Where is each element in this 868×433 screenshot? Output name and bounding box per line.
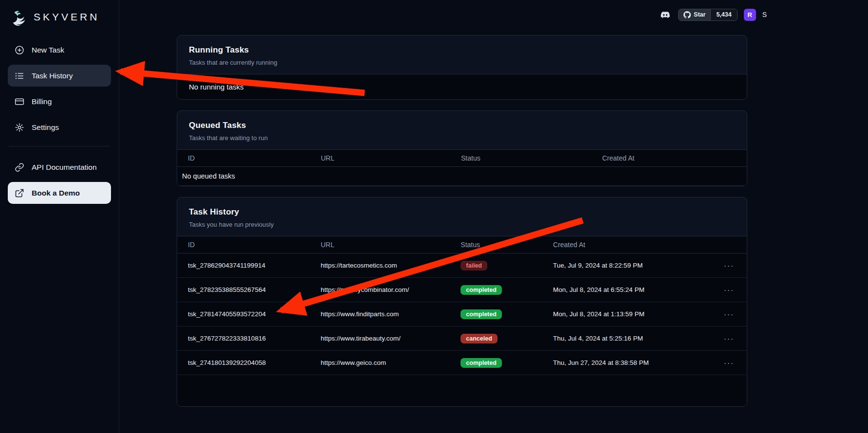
content: Running Tasks Tasks that are currently r… [177,35,747,407]
sidebar-item-label: Task History [32,72,73,80]
card-title: Running Tasks [189,45,735,55]
task-id-cell: tsk_278629043741199914 [177,253,316,278]
discord-icon[interactable] [659,10,672,20]
task-created-at-cell: Mon, Jul 8, 2024 at 1:13:59 PM [548,302,719,326]
task-row[interactable]: tsk_278235388555267564 https://news.ycom… [177,278,747,302]
queued-tasks-empty-row: No queued tasks [177,167,747,186]
task-row[interactable]: tsk_278629043741199914 https://tartecosm… [177,253,747,278]
table-header-row: ID URL Status Created At [177,236,747,253]
app-root: SKYVERN New Task Task History Billing [0,0,868,433]
task-url-cell: https://www.geico.com [316,351,456,375]
task-url-cell: https://news.ycombinator.com/ [316,278,456,302]
sidebar-item-settings[interactable]: Settings [8,116,111,138]
queued-tasks-card: Queued Tasks Tasks that are waiting to r… [177,110,747,186]
link-icon [15,162,24,172]
sidebar-item-label: API Documentation [32,163,97,172]
row-actions-button[interactable]: ··· [724,334,734,343]
queued-tasks-empty-text: No queued tasks [177,167,747,186]
book-a-demo-button[interactable]: Book a Demo [8,182,111,204]
github-star-widget[interactable]: Star 5,434 [678,9,738,21]
column-header-status: Status [456,150,597,167]
github-star-button[interactable]: Star [679,9,710,20]
running-tasks-empty: No running tasks [177,74,747,99]
github-star-count[interactable]: 5,434 [710,9,737,20]
running-tasks-header: Running Tasks Tasks that are currently r… [177,36,747,74]
task-history-table-wrap: ID URL Status Created At tsk_27862904374… [177,236,747,406]
task-id-cell: tsk_278235388555267564 [177,278,316,302]
task-history-header: Task History Tasks you have run previous… [177,198,747,236]
brand-name: SKYVERN [34,11,99,23]
queued-tasks-table: ID URL Status Created At No queued tasks [177,149,747,186]
avatar[interactable]: R [744,9,756,21]
task-created-at-cell: Thu, Jun 27, 2024 at 8:38:58 PM [548,351,719,375]
list-icon [15,71,24,81]
status-badge: canceled [461,334,498,343]
column-header-actions [719,236,747,253]
topbar: Star 5,434 R S [659,7,767,22]
status-badge: completed [461,285,502,295]
sidebar-item-new-task[interactable]: New Task [8,39,111,61]
row-actions-button[interactable]: ··· [724,286,734,294]
sidebar-item-task-history[interactable]: Task History [8,65,111,87]
task-history-tbody: tsk_278629043741199914 https://tartecosm… [177,253,747,375]
brand-logo: SKYVERN [8,6,111,39]
task-history-card: Task History Tasks you have run previous… [177,197,747,407]
skyvern-dragon-icon [8,7,30,27]
task-id-cell: tsk_276727822333810816 [177,326,316,351]
sidebar-item-billing[interactable]: Billing [8,90,111,112]
sidebar-item-label: Billing [32,97,52,106]
task-id-cell: tsk_274180139292204058 [177,351,316,375]
sidebar-item-label: Settings [32,123,59,132]
task-row[interactable]: tsk_274180139292204058 https://www.geico… [177,351,747,375]
card-subtitle: Tasks that are currently running [189,59,735,66]
column-header-created-at: Created At [597,150,747,167]
task-row[interactable]: tsk_276727822333810816 https://www.tirab… [177,326,747,351]
queued-tasks-header: Queued Tasks Tasks that are waiting to r… [177,111,747,149]
sidebar-nav: New Task Task History Billing Settings [8,39,111,204]
card-subtitle: Tasks you have run previously [189,221,735,228]
sidebar: SKYVERN New Task Task History Billing [0,0,119,433]
task-created-at-cell: Thu, Jul 4, 2024 at 5:25:16 PM [548,326,719,351]
column-header-id: ID [177,236,316,253]
table-header-row: ID URL Status Created At [177,150,747,167]
gear-icon [15,123,24,132]
column-header-created-at: Created At [548,236,719,253]
row-actions-button[interactable]: ··· [724,261,734,270]
sidebar-item-label: Book a Demo [32,189,80,198]
status-badge: completed [461,358,502,368]
status-badge: completed [461,309,502,319]
card-title: Task History [189,207,735,217]
row-actions-button[interactable]: ··· [724,310,734,318]
task-url-cell: https://www.tirabeauty.com/ [316,326,456,351]
card-subtitle: Tasks that are waiting to run [189,134,735,142]
task-url-cell: https://www.finditparts.com [316,302,456,326]
column-header-status: Status [456,236,548,253]
sidebar-item-api-documentation[interactable]: API Documentation [8,156,111,178]
column-header-id: ID [177,150,316,167]
github-star-label: Star [694,11,705,18]
task-row[interactable]: tsk_278147405593572204 https://www.findi… [177,302,747,326]
plus-circle-icon [15,45,24,55]
card-title: Queued Tasks [189,121,735,130]
external-link-icon [15,188,24,198]
task-created-at-cell: Mon, Jul 8, 2024 at 6:55:24 PM [548,278,719,302]
row-actions-button[interactable]: ··· [724,359,734,367]
credit-card-icon [15,97,24,107]
column-header-url: URL [316,236,456,253]
github-icon [683,11,691,18]
column-header-url: URL [316,150,456,167]
user-name-partial: S [762,11,767,18]
task-id-cell: tsk_278147405593572204 [177,302,316,326]
main-area: Star 5,434 R S Running Tasks Tasks that … [119,0,868,433]
sidebar-item-label: New Task [32,46,64,54]
sidebar-divider [9,146,110,146]
task-history-table: ID URL Status Created At tsk_27862904374… [177,236,747,375]
status-badge: failed [461,261,487,271]
running-tasks-card: Running Tasks Tasks that are currently r… [177,35,747,100]
task-url-cell: https://tartecosmetics.com [316,253,456,278]
task-created-at-cell: Tue, Jul 9, 2024 at 8:22:59 PM [548,253,719,278]
